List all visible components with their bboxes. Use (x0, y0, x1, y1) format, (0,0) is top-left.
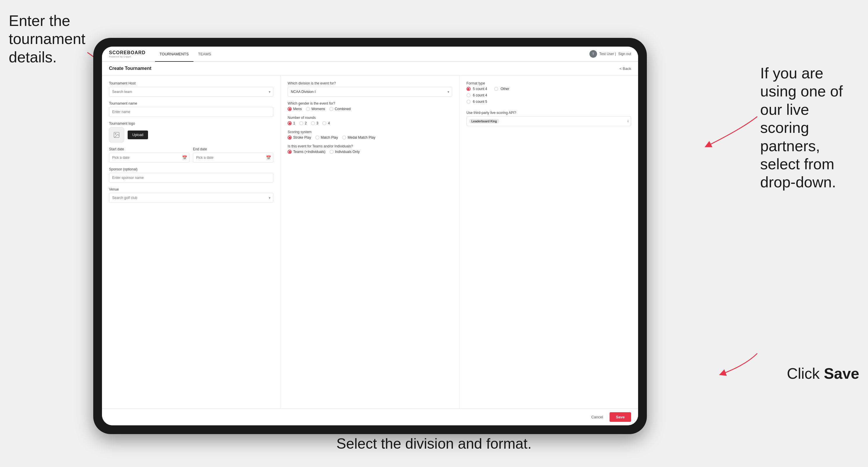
gender-label: Which gender is the event for? (287, 101, 452, 105)
start-date-label: Start date (109, 147, 189, 151)
rounds-3-label: 3 (316, 121, 318, 125)
start-date-input[interactable] (109, 153, 189, 162)
gender-womens[interactable]: Womens (306, 107, 325, 111)
navbar: SCOREBOARD Powered by Clippit TOURNAMENT… (102, 46, 638, 62)
form-footer: Cancel Save (102, 408, 638, 425)
gender-combined-label: Combined (335, 107, 351, 111)
teams-individuals-label: Individuals Only (335, 150, 360, 154)
search-golf-club-input[interactable] (109, 193, 273, 203)
start-date-group: Start date 📅 (109, 147, 189, 162)
nav-tournaments[interactable]: TOURNAMENTS (155, 46, 193, 62)
nav-teams[interactable]: TEAMS (193, 46, 216, 62)
format-6count4-label: 6 count 4 (473, 93, 487, 97)
rounds-radio-group: 1 2 3 4 (287, 121, 452, 125)
scoring-match-radio[interactable] (315, 135, 319, 139)
scoring-medal-match-radio[interactable] (342, 135, 346, 139)
scoring-match[interactable]: Match Play (315, 135, 338, 139)
gender-womens-label: Womens (311, 107, 325, 111)
scoring-stroke-label: Stroke Play (293, 135, 311, 139)
teams-teams[interactable]: Teams (+Individuals) (287, 150, 325, 154)
tournament-name-input[interactable] (109, 107, 273, 117)
rounds-label: Number of rounds (287, 116, 452, 120)
tournament-logo-label: Tournament logo (109, 122, 273, 126)
sign-out-link[interactable]: Sign out (618, 52, 631, 56)
division-group: Which division is the event for? NCAA Di… (287, 81, 452, 97)
annotation-bottom-right: Click Save (787, 365, 859, 382)
start-date-wrap: 📅 (109, 153, 189, 162)
teams-radio-group: Teams (+Individuals) Individuals Only (287, 150, 452, 154)
navbar-right: T Test User | Sign out (589, 50, 631, 58)
format-5count4-radio[interactable] (466, 87, 471, 91)
format-6count5-radio[interactable] (466, 100, 471, 104)
gender-mens[interactable]: Mens (287, 107, 302, 111)
save-button[interactable]: Save (610, 412, 631, 422)
scoring-stroke-radio[interactable] (287, 135, 292, 139)
teams-individuals-radio[interactable] (330, 150, 334, 154)
scoring-match-label: Match Play (321, 135, 338, 139)
scoring-medal-match[interactable]: Medal Match Play (342, 135, 375, 139)
end-date-group: End date 📅 (193, 147, 273, 162)
gender-combined[interactable]: Combined (329, 107, 351, 111)
gender-combined-radio[interactable] (329, 107, 333, 111)
venue-label: Venue (109, 187, 273, 191)
format-type-label: Format type (466, 81, 631, 85)
rounds-3-radio[interactable] (311, 121, 315, 125)
format-other-label: Other (501, 87, 509, 91)
tournament-logo-group: Tournament logo Upload (109, 122, 273, 143)
format-5count4[interactable]: 5 count 4 (466, 87, 487, 91)
logo-upload-area: Upload (109, 127, 273, 143)
annotation-top-right: If you are using one of our live scoring… (760, 64, 859, 191)
tournament-name-group: Tournament name (109, 101, 273, 117)
api-value: Leaderboard King (471, 119, 497, 123)
format-other-radio[interactable] (494, 87, 498, 91)
api-select-field[interactable]: Leaderboard King (466, 116, 631, 126)
rounds-1-radio[interactable] (287, 121, 292, 125)
format-6count5[interactable]: 6 count 5 (466, 100, 631, 104)
rounds-4[interactable]: 4 (322, 121, 330, 125)
scoring-label: Scoring system (287, 130, 452, 134)
annotation-bottom-center: Select the division and format. (337, 435, 532, 453)
scoring-stroke[interactable]: Stroke Play (287, 135, 311, 139)
gender-mens-label: Mens (293, 107, 302, 111)
tournament-host-select-wrap: ▼ (109, 87, 273, 97)
format-6count4[interactable]: 6 count 4 (466, 93, 631, 97)
date-row: Start date 📅 End date 📅 (109, 147, 273, 162)
format-other[interactable]: Other (494, 87, 509, 91)
division-label: Which division is the event for? (287, 81, 452, 85)
teams-teams-radio[interactable] (287, 150, 292, 154)
api-tag: Leaderboard King (469, 119, 499, 124)
tournament-host-label: Tournament Host (109, 81, 273, 85)
tournament-host-group: Tournament Host ▼ (109, 81, 273, 97)
back-link[interactable]: < Back (619, 66, 631, 71)
format-6count4-radio[interactable] (466, 93, 471, 97)
end-date-input[interactable] (193, 153, 273, 162)
rounds-2-radio[interactable] (299, 121, 303, 125)
search-team-input[interactable] (109, 87, 273, 97)
left-column: Tournament Host ▼ Tournament name Tourna… (102, 75, 281, 408)
gender-mens-radio[interactable] (287, 107, 292, 111)
right-column: Format type 5 count 4 Other (460, 75, 638, 408)
navbar-brand: SCOREBOARD Powered by Clippit (109, 50, 146, 58)
teams-individuals[interactable]: Individuals Only (330, 150, 360, 154)
rounds-1[interactable]: 1 (287, 121, 295, 125)
brand-subtitle: Powered by Clippit (109, 55, 146, 58)
rounds-2[interactable]: 2 (299, 121, 307, 125)
upload-button[interactable]: Upload (128, 130, 148, 139)
gender-group: Which gender is the event for? Mens Wome… (287, 101, 452, 111)
gender-womens-radio[interactable] (306, 107, 310, 111)
rounds-3[interactable]: 3 (311, 121, 318, 125)
format-6count5-label: 6 count 5 (473, 100, 487, 104)
page-title: Create Tournament (109, 66, 152, 71)
annotation-top-left: Enter the tournament details. (9, 12, 90, 66)
cancel-button[interactable]: Cancel (588, 412, 606, 422)
page-header: Create Tournament < Back (102, 62, 638, 75)
division-select[interactable]: NCAA Division I NCAA Division II NCAA Di… (287, 87, 452, 97)
end-date-label: End date (193, 147, 273, 151)
rounds-1-label: 1 (293, 121, 295, 125)
api-clear-button[interactable]: × (627, 120, 629, 123)
teams-group: Is this event for Teams and/or Individua… (287, 144, 452, 154)
rounds-4-radio[interactable] (322, 121, 326, 125)
tablet-screen: SCOREBOARD Powered by Clippit TOURNAMENT… (102, 46, 638, 425)
sponsor-input[interactable] (109, 173, 273, 183)
app-container: SCOREBOARD Powered by Clippit TOURNAMENT… (102, 46, 638, 425)
